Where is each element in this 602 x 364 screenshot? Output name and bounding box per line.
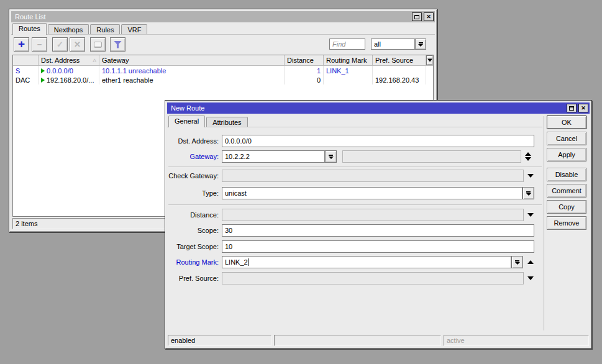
apply-button[interactable]: Apply [547,148,586,162]
chevron-down-icon [427,59,432,62]
cell-gateway: 10.1.1.1 unreachable [99,66,285,75]
filter-scope-select[interactable]: all [371,39,415,50]
spinner-down-icon [525,157,531,161]
scope-label: Scope: [168,227,222,234]
copy-button[interactable]: Copy [547,200,586,214]
cross-icon: ✕ [74,40,81,48]
distance-select[interactable] [222,209,524,221]
tab-attributes[interactable]: Attributes [206,117,247,127]
status-enabled: enabled [171,337,195,344]
gateway-add-remove-spinner[interactable] [525,152,531,161]
items-count: 2 items [16,220,37,227]
pref-source-label: Pref. Source: [168,275,222,282]
comment-button[interactable]: Comment [547,184,586,198]
status-enabled-panel: enabled [168,335,271,346]
status-active: active [447,337,465,344]
gateway-interface-select[interactable] [342,150,521,163]
maximize-icon [569,106,574,111]
cell-gateway: ether1 reachable [99,75,285,84]
pref-source-expand-icon[interactable] [527,276,534,280]
target-scope-input[interactable]: 10 [222,240,534,253]
cell-distance: 0 [285,75,324,84]
col-flags[interactable] [13,55,39,65]
type-dropdown-button[interactable] [522,187,534,199]
form-separator [168,166,542,167]
ok-button[interactable]: OK [547,116,586,129]
cancel-button[interactable]: Cancel [547,132,586,145]
maximize-icon [414,15,419,19]
col-dst-address[interactable]: Dst. Address △ [39,55,99,65]
route-list-tabs: Routes Nexthops Rules VRF [12,23,148,35]
find-input[interactable]: Find [329,39,365,50]
maximize-button[interactable] [567,104,577,112]
tab-general[interactable]: General [168,116,205,127]
routing-mark-label: Routing Mark: [168,258,222,266]
find-placeholder: Find [332,40,345,48]
col-distance[interactable]: Distance [285,55,324,65]
routing-mark-dropdown-button[interactable] [511,256,523,268]
tab-nexthops[interactable]: Nexthops [48,24,89,35]
maximize-button[interactable] [412,12,422,21]
filter-icon [114,41,122,48]
gateway-input[interactable]: 10.2.2.2 [222,150,325,163]
tabs-divider [167,127,542,127]
new-route-titlebar[interactable]: New Route ✕ [167,102,590,114]
dropdown-icon [515,260,520,265]
disable-button[interactable]: Disable [547,168,586,181]
comment-icon [94,42,102,48]
minus-icon: − [37,40,42,48]
tab-routes[interactable]: Routes [12,23,47,35]
tabs-divider [11,34,435,35]
target-scope-label: Target Scope: [168,243,222,250]
gateway-label: Gateway: [168,153,222,160]
cell-flags: S [13,66,39,75]
distance-expand-icon[interactable] [527,213,534,217]
col-pref-source[interactable]: Pref. Source [373,55,426,65]
form-separator [168,204,542,205]
route-list-titlebar[interactable]: Route List ✕ [11,11,435,22]
tab-rules[interactable]: Rules [90,24,120,35]
dst-address-input[interactable]: 0.0.0.0/0 [222,135,534,147]
close-button[interactable]: ✕ [578,104,588,112]
disable-route-button[interactable]: ✕ [70,37,85,52]
filter-button[interactable] [110,37,125,52]
close-button[interactable]: ✕ [424,12,434,21]
cell-distance: 1 [285,66,324,75]
route-list-window-title: Route List [15,13,46,20]
cell-flags: DAC [13,75,39,84]
col-gateway[interactable]: Gateway [99,55,285,65]
dst-address-label: Dst. Address: [168,137,222,145]
enable-route-button[interactable]: ✓ [52,37,68,52]
filter-scope-dropdown-button[interactable] [415,39,426,50]
cell-dst: 192.168.20.0/... [39,75,99,84]
col-routing-mark[interactable]: Routing Mark [324,55,373,65]
type-select[interactable]: unicast [222,187,522,199]
active-route-icon [41,78,45,83]
column-options-button[interactable] [426,55,433,65]
remove-button[interactable]: Remove [547,216,586,230]
status-middle-panel [274,335,441,346]
new-route-window-title: New Route [171,104,204,112]
add-route-button[interactable]: + [14,37,29,52]
cell-routing-mark [324,75,373,84]
gateway-dropdown-button[interactable] [325,150,337,163]
dropdown-icon [329,155,334,159]
check-gateway-label: Check Gateway: [168,172,222,180]
check-gateway-select[interactable] [222,170,524,182]
distance-label: Distance: [168,211,222,219]
check-gateway-expand-icon[interactable] [527,174,534,178]
status-active-panel: active [444,335,589,346]
pref-source-select[interactable] [222,272,524,284]
comment-route-button[interactable] [90,37,106,52]
routing-mark-input[interactable]: LINK_2 [222,256,511,268]
dropdown-icon [526,191,531,196]
routing-mark-collapse-icon[interactable] [527,260,534,264]
tab-vrf[interactable]: VRF [121,24,147,35]
table-row[interactable]: S 0.0.0.0/0 10.1.1.1 unreachable 1 LINK_… [13,66,433,75]
close-icon: ✕ [581,106,586,111]
table-row[interactable]: DAC 192.168.20.0/... ether1 reachable 0 … [13,75,433,84]
remove-route-button[interactable]: − [32,37,47,52]
filter-scope-value: all [374,40,381,48]
cell-pref-source [373,66,426,75]
scope-input[interactable]: 30 [222,224,534,237]
